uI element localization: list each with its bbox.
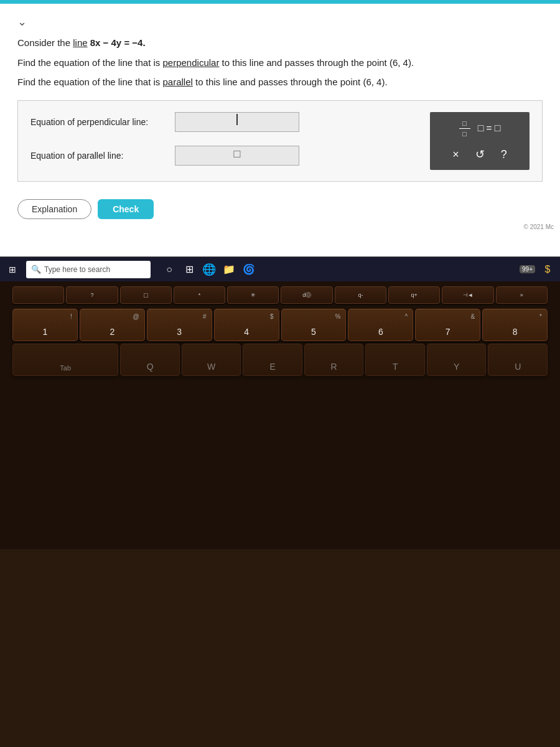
undo-button[interactable]: ↺ — [473, 146, 487, 162]
key-7-main: 7 — [446, 327, 450, 337]
key-8-shift: * — [539, 313, 542, 320]
key-6-main: 6 — [378, 327, 383, 337]
key-tab-main: Tab — [60, 364, 71, 372]
key-fn-f4[interactable]: ✳ — [227, 286, 279, 304]
equals-right-box: □ — [495, 123, 501, 134]
fraction-line — [459, 128, 470, 129]
parallel-row: Equation of parallel line: □ — [30, 146, 420, 166]
key-2-main: 2 — [110, 327, 114, 337]
key-1-shift: ! — [70, 313, 72, 320]
key-u-main: U — [515, 362, 521, 372]
taskbar-circle-icon[interactable]: ○ — [162, 262, 177, 277]
fraction-icon[interactable]: □ □ — [459, 120, 470, 138]
problem-line2: Find the equation of the line that is pe… — [17, 55, 543, 71]
key-7-shift: & — [470, 313, 475, 320]
taskbar-center-icons: ○ ⊞ 🌐 📁 🌀 — [162, 262, 256, 277]
key-fn-f5[interactable]: dⓄ — [281, 286, 332, 304]
taskbar-grid-icon[interactable]: ⊞ — [182, 262, 197, 277]
multiply-button[interactable]: × — [450, 147, 462, 162]
key-5-shift: % — [335, 313, 340, 320]
taskbar-search[interactable]: 🔍 Type here to search — [26, 261, 151, 278]
spacer — [0, 232, 560, 256]
perpendicular-row: Equation of perpendicular line: — [30, 112, 420, 132]
tools-bottom-row: × ↺ ? — [450, 146, 510, 162]
key-fn-escape[interactable] — [12, 286, 64, 304]
key-6[interactable]: ^ 6 — [348, 309, 413, 341]
taskbar-dollar-icon[interactable]: $ — [540, 262, 555, 277]
search-icon: 🔍 — [31, 265, 41, 274]
main-content-area: ⌄ Consider the line 8x − 4y = −4. Find t… — [0, 4, 560, 232]
parallel-label: Equation of parallel line: — [30, 151, 167, 161]
key-fn-f2[interactable]: □ — [120, 286, 172, 304]
key-w[interactable]: W — [182, 344, 241, 376]
key-1[interactable]: ! 1 — [12, 309, 78, 341]
key-1-main: 1 — [43, 327, 48, 337]
key-3[interactable]: # 3 — [147, 309, 212, 341]
bottom-partial-row: Tab Q W E R T Y U — [12, 344, 548, 376]
key-3-main: 3 — [177, 327, 182, 337]
search-placeholder-text: Type here to search — [44, 265, 110, 274]
key-fn-f1[interactable]: ? — [66, 286, 118, 304]
key-t-main: T — [393, 362, 398, 372]
equals-icon[interactable]: □ = □ — [478, 123, 501, 134]
key-7[interactable]: & 7 — [415, 309, 480, 341]
key-q-main: Q — [147, 362, 154, 372]
perp-input[interactable] — [175, 112, 299, 132]
parallel-input-placeholder: □ — [234, 148, 241, 160]
windows-icon[interactable]: ⊞ — [5, 262, 20, 277]
perp-label: Equation of perpendicular line: — [30, 117, 167, 127]
taskbar-right: 99+ $ — [520, 262, 555, 277]
key-4-main: 4 — [244, 327, 249, 337]
parallel-input[interactable]: □ — [175, 146, 299, 166]
taskbar-chrome-icon[interactable]: 🌀 — [241, 262, 256, 277]
key-4-shift: $ — [270, 313, 274, 320]
key-4[interactable]: $ 4 — [214, 309, 279, 341]
notification-badge[interactable]: 99+ — [520, 265, 535, 273]
key-8[interactable]: * 8 — [482, 309, 548, 341]
taskbar-cortana-icon[interactable]: 🌐 — [202, 262, 217, 277]
copyright-text: © 2021 Mc — [523, 223, 554, 230]
key-6-shift: ^ — [405, 313, 408, 320]
help-button[interactable]: ? — [498, 147, 510, 162]
tools-panel: □ □ □ = □ × ↺ ? — [430, 112, 530, 171]
key-fn-f6[interactable]: q- — [335, 286, 386, 304]
key-r[interactable]: R — [304, 344, 364, 376]
key-fn-f3[interactable]: * — [174, 286, 225, 304]
key-q[interactable]: Q — [120, 344, 180, 376]
check-button[interactable]: Check — [98, 199, 154, 219]
key-e[interactable]: E — [243, 344, 302, 376]
fn-row: ? □ * ✳ dⓄ q- q+ ⊣◄ » — [12, 286, 548, 304]
problem-line1: Consider the line 8x − 4y = −4. — [17, 35, 543, 51]
tools-top-row: □ □ □ = □ — [459, 120, 501, 138]
equals-sign: = — [486, 123, 492, 134]
key-fn-f7[interactable]: q+ — [388, 286, 440, 304]
taskbar-file-icon[interactable]: 📁 — [222, 262, 236, 277]
taskbar: ⊞ 🔍 Type here to search ○ ⊞ 🌐 📁 🌀 99+ $ — [0, 256, 560, 281]
answer-fields: Equation of perpendicular line: Equation… — [30, 112, 420, 171]
key-5-main: 5 — [311, 327, 316, 337]
key-fn-f9[interactable]: » — [496, 286, 548, 304]
chevron-down-icon[interactable]: ⌄ — [17, 15, 543, 29]
key-fn-f8[interactable]: ⊣◄ — [442, 286, 493, 304]
number-row: ! 1 @ 2 # 3 $ 4 % 5 ^ 6 & 7 * 8 — [12, 309, 548, 341]
key-tab[interactable]: Tab — [12, 344, 118, 376]
bottom-buttons: Explanation Check — [17, 199, 543, 219]
fraction-bottom: □ — [462, 130, 467, 138]
key-t[interactable]: T — [365, 344, 425, 376]
key-2[interactable]: @ 2 — [80, 309, 145, 341]
key-5[interactable]: % 5 — [281, 309, 347, 341]
key-2-shift: @ — [133, 313, 139, 320]
key-y[interactable]: Y — [427, 344, 487, 376]
key-3-shift: # — [203, 313, 207, 320]
problem-line3: Find the equation of the line that is pa… — [17, 74, 543, 90]
key-8-main: 8 — [513, 327, 518, 337]
fraction-top: □ — [462, 120, 467, 127]
explanation-button[interactable]: Explanation — [17, 199, 91, 219]
key-e-main: E — [269, 362, 275, 372]
answer-section: Equation of perpendicular line: Equation… — [17, 100, 543, 182]
equals-left-box: □ — [478, 123, 484, 134]
keyboard-area: ? □ * ✳ dⓄ q- q+ ⊣◄ » ! 1 @ 2 # 3 $ 4 % … — [0, 281, 560, 549]
key-u[interactable]: U — [488, 344, 548, 376]
cursor-blink — [236, 114, 238, 125]
key-r-main: R — [331, 362, 337, 372]
